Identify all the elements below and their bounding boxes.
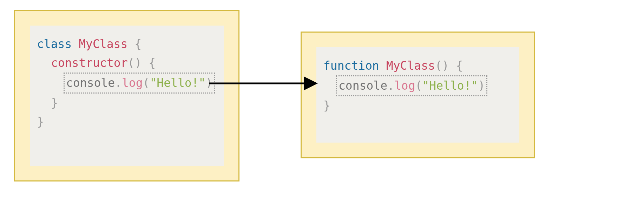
highlighted-statement-target: console.log("Hello!") bbox=[336, 75, 487, 96]
code-inner-target: function MyClass() { console.log("Hello!… bbox=[316, 47, 519, 143]
code-line: console.log("Hello!") bbox=[37, 73, 217, 94]
code-line: console.log("Hello!") bbox=[323, 75, 512, 96]
string-literal: "Hello!" bbox=[150, 76, 205, 90]
brace: { bbox=[449, 59, 463, 73]
code-box-source: class MyClass { constructor() { console.… bbox=[14, 10, 239, 181]
code-line: } bbox=[323, 96, 512, 115]
parens: () bbox=[435, 59, 449, 73]
brace: } bbox=[37, 115, 44, 129]
string-literal: "Hello!" bbox=[422, 79, 478, 92]
paren-open: ( bbox=[143, 76, 150, 90]
code-line: } bbox=[37, 94, 217, 112]
dot: . bbox=[115, 76, 122, 90]
code-box-target: function MyClass() { console.log("Hello!… bbox=[301, 32, 535, 158]
paren-close: ) bbox=[478, 79, 485, 92]
method-constructor: constructor bbox=[51, 56, 128, 70]
arrow-icon bbox=[209, 76, 321, 90]
highlighted-statement-source: console.log("Hello!") bbox=[64, 73, 215, 94]
identifier-console: console bbox=[66, 76, 115, 90]
space bbox=[72, 37, 79, 51]
dot: . bbox=[387, 79, 394, 92]
brace: { bbox=[142, 56, 156, 70]
code-line: constructor() { bbox=[37, 54, 217, 73]
func-log: log bbox=[122, 76, 143, 90]
space bbox=[379, 59, 386, 73]
code-line: class MyClass { bbox=[37, 35, 217, 54]
classname: MyClass bbox=[79, 37, 127, 51]
funcname: MyClass bbox=[386, 59, 435, 73]
code-line: } bbox=[37, 112, 217, 131]
func-log: log bbox=[394, 79, 415, 92]
code-line: function MyClass() { bbox=[323, 56, 512, 75]
identifier-console: console bbox=[339, 79, 387, 92]
keyword-class: class bbox=[37, 37, 72, 51]
keyword-function: function bbox=[323, 59, 379, 73]
brace: } bbox=[323, 99, 330, 112]
brace: } bbox=[51, 96, 58, 110]
paren-open: ( bbox=[415, 79, 422, 92]
parens: () bbox=[128, 56, 142, 70]
brace: { bbox=[127, 37, 142, 51]
code-inner-source: class MyClass { constructor() { console.… bbox=[30, 26, 224, 166]
